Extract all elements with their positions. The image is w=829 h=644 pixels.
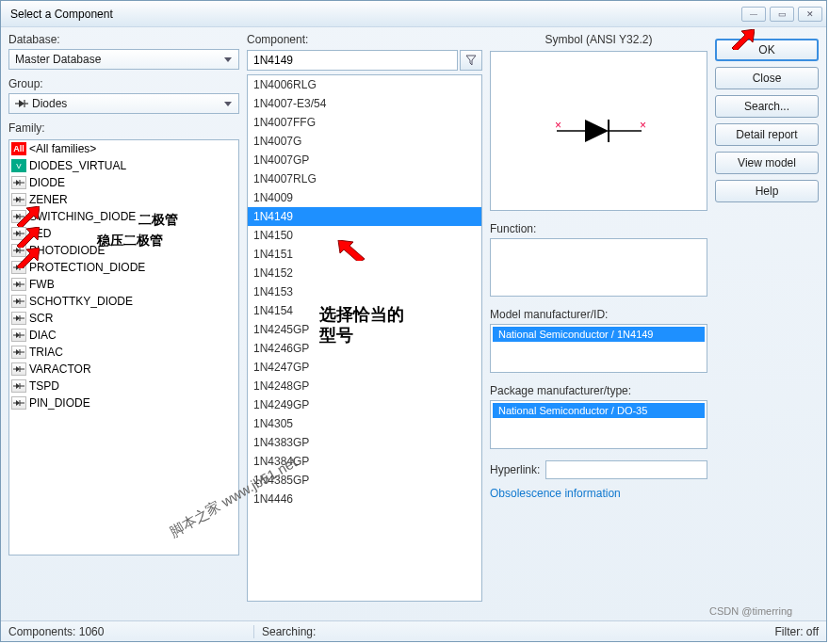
- diode-icon: [15, 99, 28, 108]
- window-controls: [741, 7, 822, 22]
- svg-marker-41: [16, 332, 20, 338]
- ok-button[interactable]: OK: [715, 39, 819, 61]
- maximize-button[interactable]: [770, 7, 794, 22]
- family-item[interactable]: DIODE: [9, 174, 238, 191]
- details-column: Symbol (ANSI Y32.2) × × Function: Model …: [490, 33, 707, 615]
- component-item[interactable]: 1N4149: [248, 207, 481, 226]
- family-item[interactable]: ZENER: [9, 191, 238, 208]
- component-item[interactable]: 1N4305: [248, 414, 481, 433]
- component-item[interactable]: 1N4248GP: [248, 377, 481, 395]
- svg-marker-1: [19, 100, 24, 107]
- obsolescence-link[interactable]: Obsolescence information: [490, 487, 707, 500]
- component-item[interactable]: 1N4247GP: [248, 358, 481, 377]
- package-type-item[interactable]: National Semiconductor / DO-35: [493, 403, 705, 418]
- component-item[interactable]: 1N4246GP: [248, 339, 481, 358]
- family-item[interactable]: TRIAC: [9, 344, 238, 361]
- family-item-label: SCHOTTKY_DIODE: [29, 295, 133, 308]
- component-item[interactable]: 1N4006RLG: [248, 75, 481, 94]
- family-label: Family:: [8, 121, 239, 135]
- component-item[interactable]: 1N4383GP: [248, 433, 481, 452]
- component-item[interactable]: 1N4009: [248, 188, 481, 207]
- model-id-item[interactable]: National Semiconductor / 1N4149: [493, 327, 705, 342]
- family-item[interactable]: PROTECTION_DIODE: [9, 259, 238, 276]
- svg-text:×: ×: [555, 119, 561, 132]
- family-item[interactable]: DIAC: [9, 327, 238, 344]
- status-components: Components: 1060: [8, 625, 253, 638]
- family-item[interactable]: FWB: [9, 276, 238, 293]
- family-item-label: PIN_DIODE: [29, 396, 90, 410]
- family-item[interactable]: VDIODES_VIRTUAL: [9, 157, 238, 174]
- family-icon: [11, 244, 26, 257]
- status-searching: Searching:: [253, 625, 677, 638]
- component-item[interactable]: 1N4007GP: [248, 151, 481, 169]
- family-item-label: TSPD: [29, 379, 59, 393]
- component-item[interactable]: 1N4007-E3/54: [248, 94, 481, 113]
- family-item[interactable]: VARACTOR: [9, 361, 238, 378]
- database-select[interactable]: Master Database: [8, 49, 239, 70]
- component-item[interactable]: 1N4249GP: [248, 395, 481, 414]
- close-window-button[interactable]: [798, 7, 822, 22]
- chevron-down-icon: [220, 97, 235, 111]
- family-icon: [11, 329, 26, 342]
- symbol-preview: × ×: [490, 51, 707, 211]
- component-item[interactable]: 1N4007G: [248, 132, 481, 151]
- family-item[interactable]: TSPD: [9, 378, 238, 394]
- family-item[interactable]: SWITCHING_DIODE: [9, 208, 238, 225]
- family-icon: [11, 210, 26, 223]
- component-item[interactable]: 1N4446: [248, 490, 481, 508]
- close-button[interactable]: Close: [715, 67, 819, 89]
- help-button[interactable]: Help: [715, 180, 819, 202]
- search-button[interactable]: Search...: [715, 95, 819, 118]
- component-item[interactable]: 1N4152: [248, 264, 481, 282]
- family-item[interactable]: LED: [9, 225, 238, 242]
- hyperlink-label: Hyperlink:: [490, 463, 540, 476]
- family-item-label: SCR: [29, 312, 53, 325]
- family-listbox[interactable]: All<All families>VDIODES_VIRTUALDIODEZEN…: [8, 139, 239, 555]
- package-mfr-listbox[interactable]: National Semiconductor / DO-35: [490, 400, 707, 449]
- family-item-label: DIODE: [29, 176, 65, 189]
- component-column: Component: 1N4006RLG1N4007-E3/541N4007FF…: [247, 33, 482, 615]
- family-icon: [11, 312, 26, 325]
- function-box: [490, 238, 707, 297]
- component-item[interactable]: 1N4153: [248, 282, 481, 301]
- detail-report-button[interactable]: Detail report: [715, 123, 819, 146]
- component-listbox[interactable]: 1N4006RLG1N4007-E3/541N4007FFG1N4007G1N4…: [247, 74, 482, 602]
- function-label: Function:: [490, 222, 707, 235]
- family-item[interactable]: SCR: [9, 310, 238, 327]
- svg-marker-21: [16, 248, 20, 253]
- database-value: Master Database: [15, 53, 101, 66]
- family-item[interactable]: SCHOTTKY_DIODE: [9, 293, 238, 310]
- symbol-label: Symbol (ANSI Y32.2): [490, 33, 707, 46]
- component-item[interactable]: 1N4007RLG: [248, 169, 481, 188]
- view-model-button[interactable]: View model: [715, 152, 819, 174]
- component-item[interactable]: 1N4384GP: [248, 452, 481, 471]
- component-item[interactable]: 1N4150: [248, 226, 481, 245]
- hyperlink-field[interactable]: [545, 460, 707, 479]
- component-filter-button[interactable]: [460, 50, 482, 71]
- family-item-label: ZENER: [29, 193, 68, 206]
- group-label: Group:: [8, 77, 239, 90]
- family-icon: [11, 346, 26, 359]
- svg-marker-61: [585, 120, 609, 142]
- component-item[interactable]: 1N4385GP: [248, 471, 481, 490]
- component-item[interactable]: 1N4154: [248, 301, 481, 320]
- statusbar: Components: 1060 Searching: Filter: off: [1, 620, 826, 641]
- group-select[interactable]: Diodes: [8, 93, 239, 114]
- dialog-window: Select a Component Database: Master Data…: [0, 0, 827, 642]
- model-mfr-listbox[interactable]: National Semiconductor / 1N4149: [490, 324, 707, 373]
- family-item[interactable]: PHOTODIODE: [9, 242, 238, 259]
- family-item[interactable]: All<All families>: [9, 140, 238, 157]
- svg-marker-13: [16, 214, 20, 219]
- family-item-label: <All families>: [29, 142, 96, 155]
- family-icon: [11, 278, 26, 291]
- minimize-button[interactable]: [741, 7, 766, 22]
- family-icon: [11, 379, 26, 393]
- component-input[interactable]: [247, 50, 458, 71]
- component-item[interactable]: 1N4151: [248, 245, 481, 264]
- svg-marker-37: [16, 315, 20, 321]
- component-item[interactable]: 1N4007FFG: [248, 113, 481, 132]
- family-item-label: TRIAC: [29, 346, 63, 359]
- family-item[interactable]: PIN_DIODE: [9, 394, 238, 411]
- component-item[interactable]: 1N4245GP: [248, 320, 481, 339]
- titlebar: Select a Component: [1, 1, 826, 27]
